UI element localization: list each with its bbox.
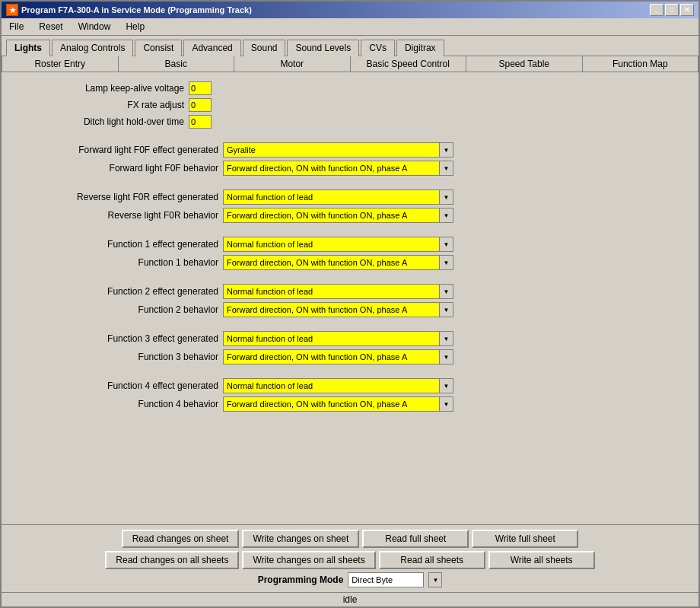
prog-mode-value: Direct Byte: [348, 572, 424, 587]
group-gap-6: [17, 273, 683, 284]
prog-mode-dropdown-button[interactable]: ▼: [428, 572, 442, 587]
status-text: idle: [343, 594, 358, 605]
dropdown-value-11[interactable]: Forward direction, ON with function ON, …: [223, 396, 440, 412]
ditch-label: Ditch light hold-over time: [17, 116, 184, 127]
menu-file[interactable]: File: [5, 20, 28, 33]
write-full-sheet-button[interactable]: Write full sheet: [472, 530, 578, 548]
dropdown-arrow-8[interactable]: ▼: [440, 331, 453, 346]
tab-analog-controls[interactable]: Analog Controls: [52, 40, 133, 56]
dropdown-value-7[interactable]: Forward direction, ON with function ON, …: [223, 302, 440, 317]
dropdown-value-6[interactable]: Normal function of lead: [223, 284, 440, 299]
dropdown-arrow-10[interactable]: ▼: [440, 378, 453, 393]
menu-help[interactable]: Help: [121, 20, 149, 33]
dropdown-label-11: Function 4 behavior: [17, 399, 218, 409]
tab-sound-levels[interactable]: Sound Levels: [287, 40, 359, 56]
group-gap-2: [17, 179, 683, 189]
dropdown-value-2[interactable]: Normal function of lead: [223, 189, 440, 205]
dropdown-arrow-4[interactable]: ▼: [440, 237, 453, 252]
dropdown-value-10[interactable]: Normal function of lead: [223, 378, 440, 393]
read-all-sheets-button[interactable]: Read all sheets: [379, 551, 485, 569]
main-tabs: Lights Analog Controls Consist Advanced …: [2, 36, 698, 56]
dropdown-label-8: Function 3 effect generated: [17, 333, 218, 344]
dropdown-label-3: Reverse light F0R behavior: [17, 210, 218, 221]
sub-tab-function-map[interactable]: Function Map: [583, 56, 698, 72]
dropdown-value-0[interactable]: Gyralite: [223, 142, 440, 158]
dropdown-row-5: Function 1 behaviorForward direction, ON…: [17, 255, 683, 270]
dropdown-arrow-7[interactable]: ▼: [440, 302, 453, 317]
dropdown-arrow-6[interactable]: ▼: [440, 284, 453, 299]
main-window: ★ Program F7A-300-A in Service Mode (Pro…: [0, 0, 700, 608]
dropdown-arrow-5[interactable]: ▼: [440, 255, 453, 270]
dropdown-row-6: Function 2 effect generatedNormal functi…: [17, 284, 683, 299]
sub-tab-roster-entry[interactable]: Roster Entry: [2, 56, 119, 72]
group-gap-10: [17, 368, 683, 378]
fx-row: FX rate adjust: [17, 98, 683, 112]
dropdown-row-0: Forward light F0F effect generatedGyrali…: [17, 142, 683, 158]
button-row-1: Read changes on sheet Write changes on s…: [6, 530, 694, 548]
button-row-2: Read changes on all sheets Write changes…: [6, 551, 694, 569]
sub-tab-speed-table[interactable]: Speed Table: [466, 56, 583, 72]
dropdown-value-9[interactable]: Forward direction, ON with function ON, …: [223, 349, 440, 364]
dropdown-value-4[interactable]: Normal function of lead: [223, 237, 440, 252]
dropdown-arrow-11[interactable]: ▼: [440, 396, 453, 412]
dropdown-arrow-9[interactable]: ▼: [440, 349, 453, 364]
write-changes-sheet-button[interactable]: Write changes on sheet: [242, 530, 359, 548]
read-full-sheet-button[interactable]: Read full sheet: [362, 530, 469, 548]
lamp-label: Lamp keep-alive voltage: [17, 83, 184, 94]
close-button[interactable]: ✕: [680, 4, 694, 16]
sub-tab-basic-speed-control[interactable]: Basic Speed Control: [351, 56, 467, 72]
dropdown-label-6: Function 2 effect generated: [17, 286, 218, 297]
tab-advanced[interactable]: Advanced: [183, 40, 240, 56]
dropdowns-container: Forward light F0F effect generatedGyrali…: [17, 142, 683, 412]
menu-bar: File Reset Window Help: [2, 18, 698, 36]
fx-label: FX rate adjust: [17, 100, 184, 110]
status-bar: idle: [2, 592, 698, 606]
group-gap-4: [17, 226, 683, 237]
tab-consist[interactable]: Consist: [135, 40, 182, 56]
lamp-row: Lamp keep-alive voltage: [17, 81, 683, 95]
tab-sound[interactable]: Sound: [243, 40, 286, 56]
dropdown-label-1: Forward light F0F behavior: [17, 163, 218, 173]
read-changes-sheet-button[interactable]: Read changes on sheet: [122, 530, 240, 548]
dropdown-arrow-2[interactable]: ▼: [440, 189, 453, 205]
fx-input[interactable]: [189, 98, 212, 112]
tab-lights[interactable]: Lights: [6, 40, 50, 56]
dropdown-label-0: Forward light F0F effect generated: [17, 145, 218, 155]
dropdown-row-8: Function 3 effect generatedNormal functi…: [17, 331, 683, 346]
prog-mode-row: Programming Mode Direct Byte ▼: [6, 572, 694, 587]
dropdown-arrow-0[interactable]: ▼: [440, 142, 453, 158]
dropdown-value-5[interactable]: Forward direction, ON with function ON, …: [223, 255, 440, 270]
dropdown-row-3: Reverse light F0R behaviorForward direct…: [17, 208, 683, 223]
tab-cvs[interactable]: CVs: [361, 40, 395, 56]
dropdown-arrow-1[interactable]: ▼: [440, 161, 453, 176]
dropdown-row-2: Reverse light F0R effect generatedNormal…: [17, 189, 683, 205]
dropdown-label-10: Function 4 effect generated: [17, 380, 218, 391]
menu-reset[interactable]: Reset: [34, 20, 67, 33]
lamp-input[interactable]: [189, 81, 212, 95]
write-changes-all-sheets-button[interactable]: Write changes on all sheets: [242, 551, 375, 569]
title-bar: ★ Program F7A-300-A in Service Mode (Pro…: [2, 2, 698, 18]
ditch-row: Ditch light hold-over time: [17, 115, 683, 129]
bottom-bar: Read changes on sheet Write changes on s…: [2, 524, 698, 592]
tab-digitrax[interactable]: Digitrax: [396, 40, 444, 56]
dropdown-row-7: Function 2 behaviorForward direction, ON…: [17, 302, 683, 317]
dropdown-value-8[interactable]: Normal function of lead: [223, 331, 440, 346]
write-all-sheets-button[interactable]: Write all sheets: [488, 551, 595, 569]
dropdown-arrow-3[interactable]: ▼: [440, 208, 453, 223]
dropdown-label-4: Function 1 effect generated: [17, 239, 218, 250]
sub-tab-basic[interactable]: Basic: [119, 56, 235, 72]
maximize-button[interactable]: □: [665, 4, 679, 16]
minimize-button[interactable]: _: [650, 4, 663, 16]
dropdown-row-10: Function 4 effect generatedNormal functi…: [17, 378, 683, 393]
dropdown-value-1[interactable]: Forward direction, ON with function ON, …: [223, 161, 440, 176]
prog-mode-label: Programming Mode: [258, 575, 344, 585]
content-area: Lamp keep-alive voltage FX rate adjust D…: [2, 72, 698, 524]
menu-window[interactable]: Window: [74, 20, 116, 33]
read-changes-all-sheets-button[interactable]: Read changes on all sheets: [105, 551, 239, 569]
window-title: Program F7A-300-A in Service Mode (Progr…: [21, 5, 252, 14]
dropdown-label-5: Function 1 behavior: [17, 257, 218, 268]
ditch-input[interactable]: [189, 115, 212, 129]
dropdown-value-3[interactable]: Forward direction, ON with function ON, …: [223, 208, 440, 223]
dropdown-label-7: Function 2 behavior: [17, 304, 218, 315]
sub-tab-motor[interactable]: Motor: [234, 56, 351, 72]
